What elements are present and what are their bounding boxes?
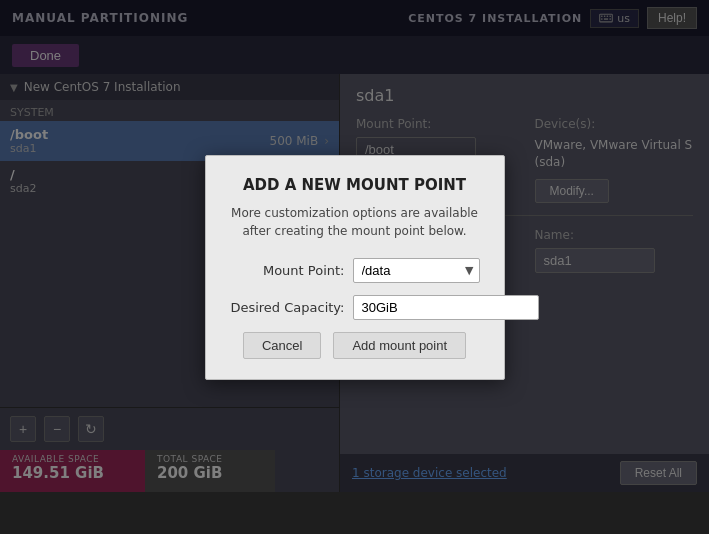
modal-capacity-label: Desired Capacity: (230, 300, 345, 315)
add-mount-point-button[interactable]: Add mount point (333, 332, 466, 359)
modal-buttons: Cancel Add mount point (230, 332, 480, 359)
cancel-button[interactable]: Cancel (243, 332, 321, 359)
modal-description: More customization options are available… (230, 204, 480, 240)
modal-capacity-input[interactable] (353, 295, 539, 320)
modal-mount-point-row: Mount Point: /data /boot / /home /var /t… (230, 258, 480, 283)
modal-mount-point-label: Mount Point: (230, 263, 345, 278)
modal-title: ADD A NEW MOUNT POINT (230, 176, 480, 194)
modal-mount-point-select[interactable]: /data /boot / /home /var /tmp swap (353, 258, 480, 283)
modal-capacity-row: Desired Capacity: (230, 295, 480, 320)
add-mount-point-modal: ADD A NEW MOUNT POINT More customization… (205, 155, 505, 380)
modal-overlay: ADD A NEW MOUNT POINT More customization… (0, 0, 709, 534)
modal-mount-point-select-wrapper: /data /boot / /home /var /tmp swap ▼ (353, 258, 480, 283)
